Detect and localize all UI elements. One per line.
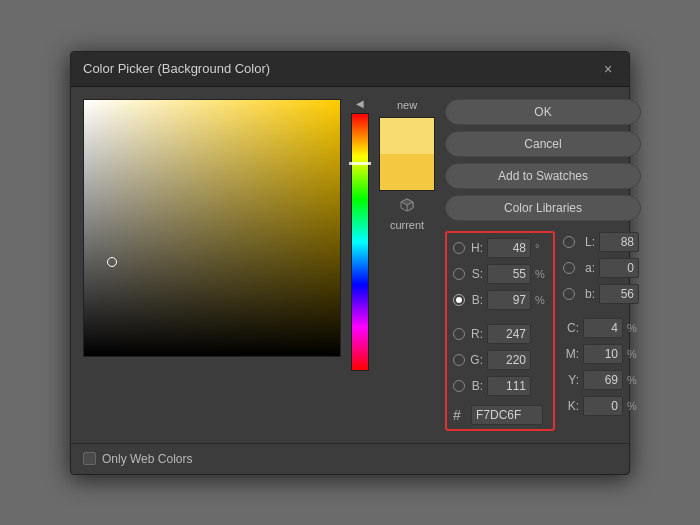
new-label: new: [397, 99, 417, 111]
hex-input[interactable]: [471, 405, 543, 425]
m-unit: %: [627, 348, 641, 360]
h-label: H:: [469, 241, 483, 255]
hue-bar[interactable]: [351, 113, 369, 371]
cancel-button[interactable]: Cancel: [445, 131, 641, 157]
add-to-swatches-button[interactable]: Add to Swatches: [445, 163, 641, 189]
m-input[interactable]: [583, 344, 623, 364]
a-row: a:: [563, 257, 641, 279]
rgb-b-row: B:: [453, 375, 547, 397]
web-colors-row: Only Web Colors: [83, 452, 192, 466]
y-input[interactable]: [583, 370, 623, 390]
preview-current-color: [380, 154, 434, 190]
lab-cmyk-col: L: a: b:: [563, 231, 641, 431]
preview-boxes: [379, 117, 435, 191]
hue-indicator: [349, 162, 371, 165]
color-values: H: ° S: %: [445, 231, 641, 431]
h-radio[interactable]: [453, 242, 465, 254]
color-gradient-picker[interactable]: [83, 99, 341, 357]
rgb-b-input[interactable]: [487, 376, 531, 396]
l-input[interactable]: [599, 232, 639, 252]
s-unit: %: [535, 268, 547, 280]
b-label: B:: [469, 293, 483, 307]
color-libraries-button[interactable]: Color Libraries: [445, 195, 641, 221]
b-row: B: %: [453, 289, 547, 311]
lab-b-label: b:: [579, 287, 595, 301]
hue-arrow: ◀: [356, 99, 364, 109]
s-radio[interactable]: [453, 268, 465, 280]
y-row: Y: %: [563, 369, 641, 391]
current-label: current: [390, 219, 424, 231]
r-label: R:: [469, 327, 483, 341]
lab-b-input[interactable]: [599, 284, 639, 304]
web-colors-label: Only Web Colors: [102, 452, 192, 466]
g-label: G:: [469, 353, 483, 367]
lab-b-radio[interactable]: [563, 288, 575, 300]
dialog-body: ◀ new current: [71, 87, 629, 443]
a-input[interactable]: [599, 258, 639, 278]
c-unit: %: [627, 322, 641, 334]
hsb-col: H: ° S: %: [453, 237, 547, 425]
h-input[interactable]: [487, 238, 531, 258]
button-row: OK Cancel Add to Swatches Color Librarie…: [445, 99, 641, 221]
k-unit: %: [627, 400, 641, 412]
preview-new-color: [380, 118, 434, 154]
c-label: C:: [563, 321, 579, 335]
r-radio[interactable]: [453, 328, 465, 340]
m-label: M:: [563, 347, 579, 361]
k-row: K: %: [563, 395, 641, 417]
m-row: M: %: [563, 343, 641, 365]
y-label: Y:: [563, 373, 579, 387]
a-radio[interactable]: [563, 262, 575, 274]
g-row: G:: [453, 349, 547, 371]
rgb-b-radio[interactable]: [453, 380, 465, 392]
l-label: L:: [579, 235, 595, 249]
l-row: L:: [563, 231, 641, 253]
color-picker-dialog: Color Picker (Background Color) × ◀ new: [70, 51, 630, 475]
s-row: S: %: [453, 263, 547, 285]
web-colors-checkbox[interactable]: [83, 452, 96, 465]
cube-icon: [399, 197, 415, 213]
dialog-title: Color Picker (Background Color): [83, 61, 270, 76]
b-input[interactable]: [487, 290, 531, 310]
s-input[interactable]: [487, 264, 531, 284]
highlighted-hsb-rgb: H: ° S: %: [445, 231, 555, 431]
gradient-dark: [84, 100, 340, 356]
r-row: R:: [453, 323, 547, 345]
preview-section: new current: [379, 99, 435, 431]
g-input[interactable]: [487, 350, 531, 370]
k-input[interactable]: [583, 396, 623, 416]
b-radio[interactable]: [453, 294, 465, 306]
bottom-bar: Only Web Colors: [71, 443, 629, 474]
s-label: S:: [469, 267, 483, 281]
hex-row: #: [453, 405, 547, 425]
l-radio[interactable]: [563, 236, 575, 248]
lab-b-row: b:: [563, 283, 641, 305]
h-unit: °: [535, 242, 547, 254]
h-row: H: °: [453, 237, 547, 259]
close-button[interactable]: ×: [599, 60, 617, 78]
y-unit: %: [627, 374, 641, 386]
g-radio[interactable]: [453, 354, 465, 366]
right-panel: OK Cancel Add to Swatches Color Librarie…: [445, 99, 641, 431]
hue-slider-container: ◀: [351, 99, 369, 431]
k-label: K:: [563, 399, 579, 413]
title-bar: Color Picker (Background Color) ×: [71, 52, 629, 87]
b-unit: %: [535, 294, 547, 306]
rgb-b-label: B:: [469, 379, 483, 393]
ok-button[interactable]: OK: [445, 99, 641, 125]
a-label: a:: [579, 261, 595, 275]
c-row: C: %: [563, 317, 641, 339]
r-input[interactable]: [487, 324, 531, 344]
hex-label: #: [453, 407, 467, 423]
c-input[interactable]: [583, 318, 623, 338]
